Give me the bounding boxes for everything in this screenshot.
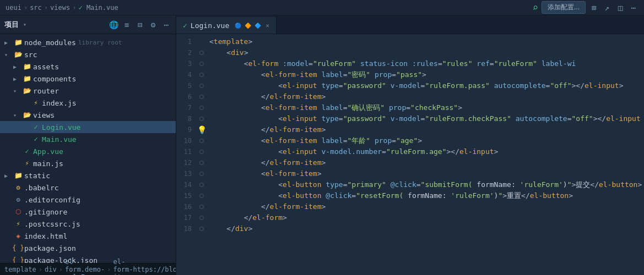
editor-tab-login[interactable]: ✓ Login.vue 🔵 🔶 🔷 ✕ bbox=[176, 17, 277, 34]
tree-label: App.vue bbox=[33, 147, 63, 156]
tree-label: Login.vue bbox=[42, 123, 80, 131]
html-icon: ◈ bbox=[13, 232, 23, 240]
gutter-dot bbox=[199, 227, 204, 231]
icon2[interactable]: ↗ bbox=[602, 3, 612, 13]
sidebar-item-postcssrc[interactable]: ⚡ .postcssrc.js bbox=[0, 218, 176, 230]
vue-file-icon: ✓ bbox=[22, 147, 32, 155]
json-icon: { } bbox=[13, 244, 23, 252]
code-line-17: 17 </el-form> bbox=[176, 212, 644, 223]
code-line-14: 14 <el-button type="primary" @click="sub… bbox=[176, 179, 644, 190]
sidebar: 项目 ▾ 🌐 ≡ ⊟ ⚙ ⋯ ▶ 📁 node_modules library … bbox=[0, 15, 176, 275]
bc-file: ✓ Main.vue bbox=[78, 4, 118, 12]
tree-label: views bbox=[33, 111, 55, 119]
browser-icon-edge: 🔷 bbox=[255, 23, 261, 29]
arrow-icon: ▶ bbox=[13, 64, 22, 70]
sb-elformitem: el-form-item bbox=[113, 258, 133, 276]
sidebar-toolbar: 项目 ▾ 🌐 ≡ ⊟ ⚙ ⋯ bbox=[0, 15, 176, 34]
sidebar-icons: 🌐 ≡ ⊟ ⚙ ⋯ bbox=[109, 20, 171, 30]
sidebar-item-views[interactable]: ▾ 📂 views bbox=[0, 109, 176, 121]
sb-template: template bbox=[4, 266, 36, 273]
top-bar: ueui › src › views › ✓ Main.vue ⌕ 添加配置..… bbox=[0, 0, 644, 15]
split-icon[interactable]: ⊟ bbox=[135, 20, 145, 30]
gutter-dot bbox=[199, 205, 204, 209]
list-icon[interactable]: ≡ bbox=[122, 20, 132, 30]
tree-label: .postcssrc.js bbox=[24, 220, 80, 228]
sidebar-item-app-vue[interactable]: ✓ App.vue bbox=[0, 145, 176, 157]
sidebar-item-gitignore[interactable]: ⬡ .gitignore bbox=[0, 206, 176, 218]
sidebar-item-src[interactable]: ▾ 📂 src bbox=[0, 48, 176, 61]
tree-label: static bbox=[24, 172, 50, 180]
tree-label: .babelrc bbox=[24, 184, 59, 192]
gutter-dot bbox=[199, 117, 204, 121]
sidebar-item-router-index[interactable]: ⚡ index.js bbox=[0, 97, 176, 109]
editor-content[interactable]: 1 <template> 2 <div> 3 <el-form :model="… bbox=[176, 34, 644, 275]
code-line-8: 8 <el-input type="password" v-model="rul… bbox=[176, 113, 644, 124]
gutter-dot bbox=[199, 161, 204, 165]
sidebar-item-assets[interactable]: ▶ 📁 assets bbox=[0, 61, 176, 73]
status-bar: template › div › el-form.demo-ruleForm ›… bbox=[0, 263, 176, 275]
js-file-icon: ⚡ bbox=[22, 160, 32, 167]
git-icon: ⬡ bbox=[13, 208, 23, 216]
bulb-icon: 💡 bbox=[197, 125, 207, 134]
more-icon[interactable]: ⋯ bbox=[161, 20, 171, 30]
code-line-7: 7 <el-form-item label="确认密码" prop="check… bbox=[176, 102, 644, 113]
icon4[interactable]: ⋯ bbox=[629, 3, 638, 13]
tree-label: .editorconfig bbox=[24, 196, 80, 204]
sidebar-item-index-html[interactable]: ◈ index.html bbox=[0, 230, 176, 242]
add-config-button[interactable]: 添加配置... bbox=[542, 1, 586, 14]
code-line-4: 4 <el-form-item label="密码" prop="pass"> bbox=[176, 69, 644, 80]
gutter-dot bbox=[199, 139, 204, 143]
tree-label: main.js bbox=[33, 160, 63, 168]
sidebar-item-login-vue[interactable]: ✓ Login.vue bbox=[0, 121, 176, 133]
code-line-1: 1 <template> bbox=[176, 36, 644, 47]
code-line-16: 16 </el-form-item> bbox=[176, 201, 644, 212]
tree-label: Main.vue bbox=[42, 135, 77, 144]
sidebar-content: ▶ 📁 node_modules library root ▾ 📂 src ▶ … bbox=[0, 34, 176, 263]
gutter-dot bbox=[199, 51, 204, 55]
tree-label: components bbox=[33, 75, 76, 83]
arrow-icon: ▶ bbox=[4, 173, 13, 179]
sidebar-item-static[interactable]: ▶ 📁 static bbox=[0, 169, 176, 182]
folder-icon: 📂 bbox=[13, 51, 23, 58]
vue-file-icon: ✓ bbox=[31, 123, 41, 131]
sidebar-arrow: ▾ bbox=[23, 21, 26, 28]
top-bar-right: ⌕ 添加配置... ⊞ ↗ ◫ ⋯ bbox=[532, 1, 638, 14]
sidebar-item-editorconfig[interactable]: ⚙ .editorconfig bbox=[0, 194, 176, 206]
js-file-icon: ⚡ bbox=[31, 99, 41, 107]
sidebar-item-main-js[interactable]: ⚡ main.js bbox=[0, 157, 176, 169]
gutter-dot bbox=[199, 95, 204, 99]
icon1[interactable]: ⊞ bbox=[589, 3, 599, 13]
status-breadcrumb: template › div › el-form.demo-ruleForm ›… bbox=[4, 258, 133, 276]
code-line-2: 2 <div> bbox=[176, 47, 644, 58]
tab-close-icon[interactable]: ✕ bbox=[266, 22, 269, 29]
arrow-icon: ▶ bbox=[4, 40, 13, 46]
sidebar-item-router[interactable]: ▾ 📂 router bbox=[0, 85, 176, 97]
main-layout: 项目 ▾ 🌐 ≡ ⊟ ⚙ ⋯ ▶ 📁 node_modules library … bbox=[0, 15, 644, 275]
sb-div: div bbox=[45, 266, 57, 273]
icon3[interactable]: ◫ bbox=[615, 3, 625, 13]
code-line-5: 5 <el-input type="password" v-model="rul… bbox=[176, 80, 644, 91]
settings-icon[interactable]: ⚙ bbox=[148, 20, 158, 30]
editor-tabs: ✓ Login.vue 🔵 🔶 🔷 ✕ bbox=[176, 15, 644, 34]
gutter-dot bbox=[199, 106, 204, 110]
sidebar-item-package-json[interactable]: { } package.json bbox=[0, 242, 176, 254]
gutter-dot bbox=[199, 73, 204, 77]
code-line-18: 18 </div> bbox=[176, 223, 644, 234]
globe-icon[interactable]: 🌐 bbox=[109, 20, 118, 30]
lib-label: library root bbox=[78, 39, 122, 46]
tree-label: assets bbox=[33, 63, 59, 71]
sidebar-item-babelrc[interactable]: ⚙ .babelrc bbox=[0, 182, 176, 194]
folder-icon: 📁 bbox=[13, 38, 23, 46]
search-icon: ⌕ bbox=[532, 2, 538, 13]
sidebar-item-main-vue[interactable]: ✓ Main.vue bbox=[0, 133, 176, 145]
sidebar-item-node-modules[interactable]: ▶ 📁 node_modules library root bbox=[0, 36, 176, 48]
arrow-icon: ▾ bbox=[13, 112, 22, 118]
arrow-icon: ▾ bbox=[13, 88, 22, 94]
tab-label: Login.vue bbox=[191, 21, 229, 30]
tree-label: router bbox=[33, 87, 59, 95]
vue-icon: ✓ bbox=[183, 21, 187, 30]
code-line-10: 10 <el-form-item label="年龄" prop="age"> bbox=[176, 135, 644, 146]
config-icon: ⚙ bbox=[13, 196, 23, 204]
sidebar-item-components[interactable]: ▶ 📁 components bbox=[0, 73, 176, 85]
breadcrumb: ueui › src › views › ✓ Main.vue bbox=[6, 4, 118, 12]
